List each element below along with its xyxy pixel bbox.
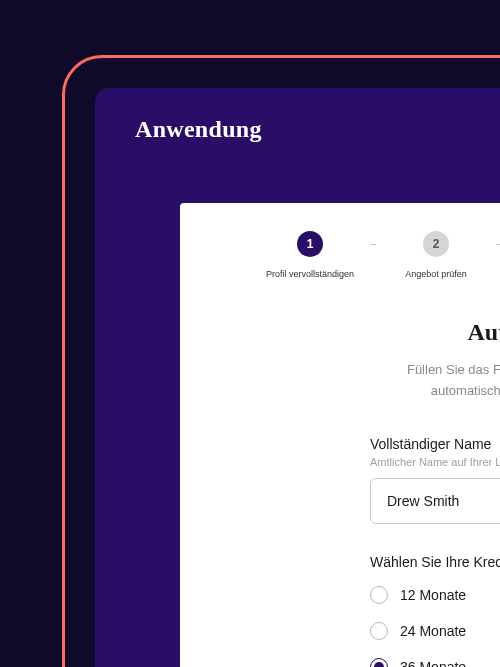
step-2[interactable]: 2 Angebot prüfen — [376, 231, 496, 279]
terms-question: Wählen Sie Ihre Kreditbedingungen — [370, 554, 500, 570]
form-section: Automatischer Kredit Füllen Sie das Form… — [280, 319, 500, 667]
step-circle-2: 2 — [423, 231, 449, 257]
step-connector — [496, 244, 500, 245]
radio-icon-selected — [370, 658, 388, 667]
stepper: 1 Profil vervollständigen 2 Angebot prüf… — [250, 231, 500, 279]
name-field-label: Vollständiger Name — [370, 436, 500, 452]
subtitle-line-2: automatischen Kreditantrag noch heute zu… — [431, 383, 500, 398]
radio-option-12[interactable]: 12 Monate — [370, 586, 500, 604]
radio-icon — [370, 622, 388, 640]
app-header: Anwendung Investieren Rechnung bezahlen — [95, 88, 500, 163]
radio-label: 24 Monate — [400, 623, 466, 639]
app-title: Anwendung — [135, 116, 262, 143]
radio-option-24[interactable]: 24 Monate — [370, 622, 500, 640]
step-1[interactable]: 1 Profil vervollständigen — [250, 231, 370, 279]
name-field-hint: Amtlicher Name auf Ihrer Lizenz — [370, 456, 500, 468]
subtitle-line-1: Füllen Sie das Formular aus, um die Gene… — [407, 362, 500, 377]
radio-label: 36 Monate — [400, 659, 466, 667]
step-label-2: Angebot prüfen — [405, 269, 467, 279]
tablet-frame: Anwendung Investieren Rechnung bezahlen … — [62, 55, 500, 667]
form-block: Vollständiger Name Amtlicher Name auf Ih… — [370, 436, 500, 667]
name-input[interactable] — [370, 478, 500, 524]
step-label-1: Profil vervollständigen — [266, 269, 354, 279]
radio-dot-icon — [374, 662, 384, 667]
content-card: 1 Profil vervollständigen 2 Angebot prüf… — [180, 203, 500, 667]
app-window: Anwendung Investieren Rechnung bezahlen … — [95, 88, 500, 667]
radio-option-36[interactable]: 36 Monate — [370, 658, 500, 667]
step-circle-1: 1 — [297, 231, 323, 257]
radio-label: 12 Monate — [400, 587, 466, 603]
section-subtitle: Füllen Sie das Formular aus, um die Gene… — [280, 360, 500, 402]
radio-icon — [370, 586, 388, 604]
terms-radio-group: 12 Monate 24 Monate 36 Monate — [370, 586, 500, 667]
section-title: Automatischer Kredit — [280, 319, 500, 346]
